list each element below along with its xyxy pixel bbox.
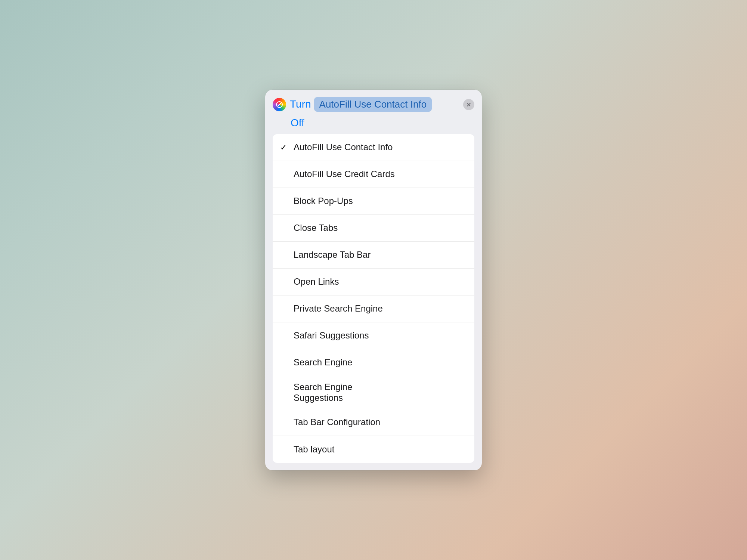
item-label-search-engine-suggestions: Search EngineSuggestions — [294, 382, 352, 403]
dialog-container: Turn AutoFill Use Contact Info Off ✓ Aut… — [265, 90, 482, 470]
item-label-close-tabs: Close Tabs — [294, 223, 338, 233]
menu-item-safari-suggestions[interactable]: ✓ Safari Suggestions — [273, 322, 474, 349]
item-label-tab-layout: Tab layout — [294, 444, 334, 455]
menu-item-search-engine[interactable]: ✓ Search Engine — [273, 349, 474, 376]
menu-item-tab-bar-configuration[interactable]: ✓ Tab Bar Configuration — [273, 409, 474, 436]
item-label-landscape-tab-bar: Landscape Tab Bar — [294, 250, 371, 260]
item-label-block-popups: Block Pop-Ups — [294, 196, 353, 207]
menu-item-autofill-cards[interactable]: ✓ AutoFill Use Credit Cards — [273, 161, 474, 188]
menu-item-tab-layout[interactable]: ✓ Tab layout — [273, 436, 474, 463]
header-row: Turn AutoFill Use Contact Info — [273, 97, 474, 112]
item-label-open-links: Open Links — [294, 276, 339, 287]
menu-item-private-search-engine[interactable]: ✓ Private Search Engine — [273, 296, 474, 322]
item-label-search-engine: Search Engine — [294, 357, 352, 368]
item-label-private-search-engine: Private Search Engine — [294, 303, 383, 314]
item-label-tab-bar-configuration: Tab Bar Configuration — [294, 417, 380, 428]
menu-item-autofill-contact[interactable]: ✓ AutoFill Use Contact Info — [273, 134, 474, 161]
item-label-autofill-cards: AutoFill Use Credit Cards — [294, 169, 395, 180]
item-label-autofill-contact: AutoFill Use Contact Info — [294, 142, 393, 153]
off-label: Off — [291, 117, 304, 129]
menu-item-close-tabs[interactable]: ✓ Close Tabs — [273, 215, 474, 242]
turn-off-group: Turn AutoFill Use Contact Info — [290, 97, 432, 112]
close-button[interactable] — [463, 99, 474, 110]
checkmark-icon: ✓ — [280, 143, 289, 152]
menu-item-block-popups[interactable]: ✓ Block Pop-Ups — [273, 188, 474, 215]
selected-option-badge[interactable]: AutoFill Use Contact Info — [314, 97, 432, 112]
menu-item-search-engine-suggestions[interactable]: ✓ Search EngineSuggestions — [273, 376, 474, 409]
item-label-safari-suggestions: Safari Suggestions — [294, 330, 369, 341]
dropdown-list: ✓ AutoFill Use Contact Info ✓ AutoFill U… — [273, 134, 474, 463]
menu-item-open-links[interactable]: ✓ Open Links — [273, 269, 474, 296]
safari-icon — [273, 98, 286, 111]
turn-label: Turn — [290, 98, 311, 110]
menu-item-landscape-tab-bar[interactable]: ✓ Landscape Tab Bar — [273, 242, 474, 269]
